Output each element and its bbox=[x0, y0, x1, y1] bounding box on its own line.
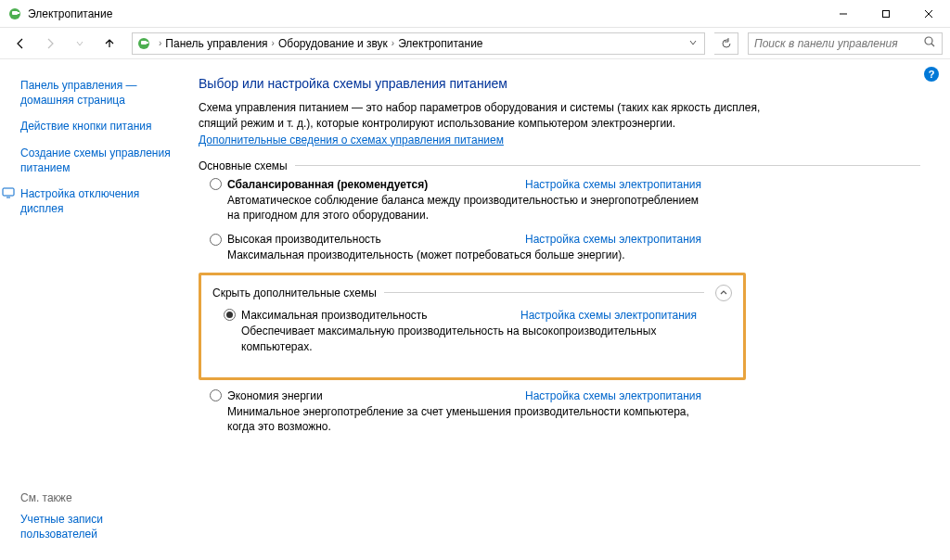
additional-plans-group: Скрыть дополнительные схемы Максимальная… bbox=[199, 273, 746, 380]
svg-rect-4 bbox=[883, 10, 890, 17]
monitor-icon bbox=[2, 186, 15, 199]
see-also-link-user-accounts[interactable]: Учетные записи пользователей bbox=[20, 512, 171, 541]
sidebar-link-create-plan[interactable]: Создание схемы управления питанием bbox=[20, 146, 171, 175]
breadcrumb-dropdown[interactable] bbox=[686, 38, 700, 48]
see-also-label: См. также bbox=[20, 491, 171, 504]
close-button[interactable] bbox=[907, 0, 950, 28]
divider bbox=[384, 292, 704, 293]
plan-description: Максимальная производительность (может п… bbox=[227, 248, 710, 263]
radio-power-saver[interactable] bbox=[210, 389, 222, 401]
window-titlebar: Электропитание bbox=[0, 0, 950, 28]
search-icon bbox=[923, 35, 936, 51]
plan-name[interactable]: Экономия энергии bbox=[227, 389, 323, 402]
svg-point-10 bbox=[925, 37, 932, 45]
breadcrumb-bar[interactable]: › Панель управления › Оборудование и зву… bbox=[132, 32, 705, 55]
power-options-icon bbox=[7, 6, 22, 21]
search-box[interactable] bbox=[748, 32, 943, 55]
help-icon[interactable]: ? bbox=[924, 67, 939, 82]
breadcrumb-item[interactable]: Панель управления bbox=[165, 37, 267, 50]
plan-balanced: Сбалансированная (рекомендуется) Настрой… bbox=[210, 178, 920, 224]
svg-rect-8 bbox=[141, 41, 147, 45]
navigation-bar: › Панель управления › Оборудование и зву… bbox=[0, 28, 950, 59]
svg-rect-2 bbox=[18, 12, 19, 14]
svg-line-11 bbox=[931, 44, 934, 46]
page-heading: Выбор или настройка схемы управления пит… bbox=[199, 76, 920, 91]
breadcrumb-separator: › bbox=[272, 38, 275, 48]
plan-settings-link[interactable]: Настройка схемы электропитания bbox=[525, 389, 701, 402]
plan-maximum-performance: Максимальная производительность Настройк… bbox=[224, 309, 732, 355]
radio-balanced[interactable] bbox=[210, 178, 222, 190]
breadcrumb-separator: › bbox=[392, 38, 394, 48]
forward-button[interactable] bbox=[37, 31, 63, 57]
sidebar: Панель управления — домашняя страница Де… bbox=[0, 59, 186, 560]
plan-high-performance: Высокая производительность Настройка схе… bbox=[210, 233, 920, 263]
breadcrumb-item[interactable]: Оборудование и звук bbox=[278, 37, 388, 50]
recent-dropdown[interactable] bbox=[67, 31, 93, 57]
breadcrumb-separator: › bbox=[159, 38, 161, 48]
learn-more-link[interactable]: Дополнительные сведения о схемах управле… bbox=[199, 134, 504, 146]
breadcrumb-item[interactable]: Электропитание bbox=[398, 37, 482, 50]
sidebar-link-label: Настройка отключения дисплея bbox=[20, 186, 171, 216]
plan-settings-link[interactable]: Настройка схемы электропитания bbox=[525, 233, 701, 246]
sidebar-link-power-button[interactable]: Действие кнопки питания bbox=[20, 119, 171, 134]
window-controls bbox=[822, 0, 950, 28]
window-title: Электропитание bbox=[28, 7, 112, 20]
plan-settings-link[interactable]: Настройка схемы электропитания bbox=[520, 309, 697, 322]
plan-description: Обеспечивает максимальную производительн… bbox=[241, 324, 724, 355]
plan-power-saver: Экономия энергии Настройка схемы электро… bbox=[210, 389, 920, 436]
radio-maximum-performance[interactable] bbox=[224, 309, 236, 321]
hide-additional-label: Скрыть дополнительные схемы bbox=[212, 286, 377, 299]
plan-settings-link[interactable]: Настройка схемы электропитания bbox=[525, 178, 701, 191]
plan-description: Минимальное энергопотребление за счет ум… bbox=[227, 404, 710, 436]
search-input[interactable] bbox=[754, 37, 923, 50]
sidebar-link-display-off[interactable]: Настройка отключения дисплея bbox=[2, 186, 171, 216]
plan-name[interactable]: Максимальная производительность bbox=[241, 309, 428, 322]
intro-text: Схема управления питанием — это набор па… bbox=[199, 100, 792, 132]
svg-rect-12 bbox=[3, 188, 14, 196]
up-button[interactable] bbox=[96, 31, 122, 57]
radio-high-performance[interactable] bbox=[210, 234, 222, 246]
minimize-button[interactable] bbox=[822, 0, 865, 28]
power-options-icon bbox=[136, 36, 151, 51]
collapse-button[interactable] bbox=[715, 285, 732, 301]
plan-name[interactable]: Высокая производительность bbox=[227, 233, 381, 246]
main-content: ? Выбор или настройка схемы управления п… bbox=[186, 59, 950, 560]
back-button[interactable] bbox=[7, 31, 33, 57]
plan-name[interactable]: Сбалансированная (рекомендуется) bbox=[227, 178, 428, 191]
primary-plans-header: Основные схемы bbox=[199, 159, 920, 172]
control-panel-home-link[interactable]: Панель управления — домашняя страница bbox=[20, 78, 171, 108]
svg-rect-1 bbox=[12, 11, 18, 15]
plan-description: Автоматическое соблюдение баланса между … bbox=[227, 193, 710, 224]
maximize-button[interactable] bbox=[865, 0, 907, 28]
primary-plans-label: Основные схемы bbox=[199, 159, 288, 172]
svg-rect-9 bbox=[147, 42, 148, 44]
refresh-button[interactable] bbox=[714, 32, 738, 55]
divider bbox=[295, 165, 920, 166]
